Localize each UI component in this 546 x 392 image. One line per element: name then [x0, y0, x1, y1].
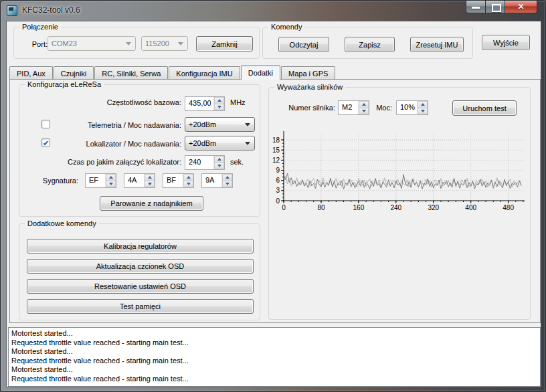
tab-label: PID, Aux: [17, 70, 46, 78]
svg-text:9: 9: [276, 167, 280, 174]
write-button[interactable]: Zapisz: [345, 37, 395, 52]
svg-text:400: 400: [465, 204, 476, 211]
log-output[interactable]: Motortest started... Requested throttle …: [8, 327, 541, 387]
tab-czujniki[interactable]: Czujniki: [54, 66, 94, 80]
motor-number-value: M2: [339, 101, 358, 114]
log-line: Requested throttle value reached - start…: [11, 375, 537, 384]
telemetry-power-value: +20dBm: [189, 120, 216, 128]
reset-imu-button-label: Zresetuj IMU: [416, 41, 458, 49]
power-label: Moc:: [373, 102, 392, 112]
spin-up-icon[interactable]: [214, 97, 224, 104]
disconnect-button-label: Zamknij: [211, 40, 238, 48]
spin-up-icon[interactable]: [145, 174, 155, 181]
chevron-down-icon: [245, 123, 250, 126]
chevron-down-icon: [245, 142, 250, 145]
pair-transmitter-button-label: Parowanie z nadajnikiem: [110, 199, 192, 207]
reset-osd-settings-button[interactable]: Resetowanie ustawień OSD: [27, 279, 254, 294]
tab-mapa-i-gps[interactable]: Mapa i GPS: [281, 66, 335, 80]
spin-up-icon[interactable]: [222, 174, 232, 181]
spin-down-icon[interactable]: [145, 181, 155, 188]
spin-down-icon[interactable]: [214, 163, 224, 170]
locator-label: Lokalizator / Moc nadawania:: [60, 138, 181, 148]
tab-pid-aux[interactable]: PID, Aux: [9, 66, 53, 80]
memory-test-button[interactable]: Test pamięci: [27, 299, 254, 314]
tab-label: Konfiguracja IMU: [176, 70, 232, 78]
minimize-button[interactable]: [466, 1, 486, 13]
spin-down-icon[interactable]: [222, 181, 232, 188]
signature-value: EF: [86, 174, 105, 187]
close-icon: ✕: [505, 2, 537, 11]
telemetry-label: Telemetria / Moc nadawania:: [60, 119, 181, 129]
window-title: KFC32-tool v0.6: [22, 5, 80, 15]
motor-number-label: Numer silnika:: [285, 102, 335, 112]
app-icon: [7, 5, 17, 16]
spin-down-icon[interactable]: [214, 104, 224, 111]
log-line: Requested throttle value reached - start…: [11, 357, 537, 366]
reset-imu-button[interactable]: Zresetuj IMU: [410, 37, 464, 52]
connection-group-legend: Połączenie: [19, 23, 61, 31]
title-bar[interactable]: KFC32-tool v0.6 ✕: [1, 1, 545, 21]
telemetry-checkbox[interactable]: [41, 120, 50, 128]
log-line: Motortest started...: [11, 329, 537, 338]
tab-label: Dodatki: [248, 69, 273, 77]
chevron-down-icon: [178, 42, 183, 45]
read-button[interactable]: Odczytaj: [278, 37, 329, 52]
eleres-group: Konfiguracja eLeReSa Częstotliwość bazow…: [19, 84, 260, 217]
spin-up-icon[interactable]: [106, 174, 116, 181]
tab-konfiguracja-imu[interactable]: Konfiguracja IMU: [169, 66, 240, 80]
exit-button[interactable]: Wyjście: [482, 35, 530, 50]
update-osd-fonts-button[interactable]: Aktualizacja czcionek OSD: [27, 259, 254, 274]
maximize-button[interactable]: [486, 1, 505, 13]
signature-spinbox-3[interactable]: BF: [163, 173, 194, 188]
signature-value: BF: [163, 174, 183, 187]
svg-text:480: 480: [503, 204, 514, 211]
tab-dodatki[interactable]: Dodatki: [241, 65, 280, 80]
spin-up-icon[interactable]: [418, 101, 428, 108]
tab-label: RC, Silniki, Serwa: [102, 70, 161, 78]
calibrate-escs-button[interactable]: Kalibracja regulatorów: [27, 239, 254, 254]
spin-up-icon[interactable]: [214, 156, 224, 163]
motor-balancer-group-legend: Wyważarka silników: [274, 83, 345, 91]
power-spinbox[interactable]: 10%: [396, 100, 428, 115]
chevron-down-icon: [126, 42, 131, 45]
spin-down-icon[interactable]: [183, 181, 193, 188]
locator-delay-unit: sek.: [230, 156, 244, 166]
spin-down-icon[interactable]: [106, 181, 116, 188]
button-label: Aktualizacja czcionek OSD: [96, 262, 184, 270]
port-combobox[interactable]: COM23: [48, 36, 136, 51]
signature-spinbox-1[interactable]: EF: [85, 173, 116, 188]
spin-up-icon[interactable]: [359, 101, 369, 108]
run-test-button[interactable]: Uruchom test: [452, 100, 517, 116]
motor-number-spinbox[interactable]: M2: [338, 100, 369, 115]
disconnect-button[interactable]: Zamknij: [196, 36, 253, 52]
extra-commands-group-legend: Dodatkowe komendy: [25, 219, 99, 227]
commands-group: Komendy Odczytaj Zapisz Zresetuj IMU: [262, 27, 473, 59]
telemetry-power-combobox[interactable]: +20dBm: [185, 117, 255, 132]
svg-text:160: 160: [353, 204, 365, 211]
svg-text:0: 0: [282, 204, 286, 211]
check-icon: ✔: [43, 139, 49, 147]
spin-down-icon[interactable]: [418, 108, 428, 115]
svg-text:3: 3: [276, 187, 280, 194]
run-test-button-label: Uruchom test: [462, 104, 506, 112]
signature-label: Sygnatura:: [26, 175, 78, 185]
tab-rc-silniki-serwa[interactable]: RC, Silniki, Serwa: [94, 66, 168, 80]
signature-spinbox-4[interactable]: 9A: [201, 173, 233, 188]
app-window: KFC32-tool v0.6 ✕ Połączenie Port: COM23…: [0, 0, 546, 392]
write-button-label: Zapisz: [359, 41, 380, 49]
pair-transmitter-button[interactable]: Parowanie z nadajnikiem: [100, 196, 203, 211]
frequency-spinbox[interactable]: 435,00: [185, 96, 225, 111]
spin-down-icon[interactable]: [359, 108, 369, 115]
locator-checkbox[interactable]: ✔: [41, 138, 50, 147]
baud-value: 115200: [145, 39, 169, 47]
signature-spinbox-2[interactable]: 4A: [124, 173, 155, 188]
exit-button-label: Wyjście: [493, 39, 519, 47]
locator-delay-spinbox[interactable]: 240: [185, 155, 225, 170]
close-button[interactable]: ✕: [505, 1, 537, 13]
spin-up-icon[interactable]: [183, 174, 193, 181]
baud-combobox[interactable]: 115200: [141, 36, 188, 51]
locator-power-combobox[interactable]: +20dBm: [185, 136, 255, 151]
svg-text:18: 18: [272, 136, 280, 144]
connection-group: Połączenie Port: COM23 115200 Zamknij: [13, 27, 260, 59]
locator-delay-label: Czas po jakim załączyć lokalizator:: [26, 156, 181, 166]
